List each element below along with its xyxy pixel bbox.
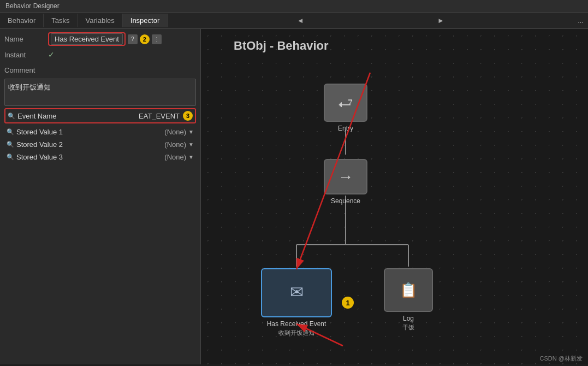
- has-received-event-label: Has Received Event: [267, 320, 326, 328]
- tab-variables[interactable]: Variables: [78, 14, 123, 27]
- sequence-icon: →: [338, 168, 353, 186]
- sequence-node-box: →: [324, 159, 367, 194]
- entry-icon: ⮐: [338, 94, 353, 112]
- tab-behavior[interactable]: Behavior: [0, 14, 44, 27]
- name-value: Has Received Event: [51, 33, 123, 45]
- inspector-section: Name Has Received Event ? 2 ⋮ Instant ✓ …: [0, 29, 200, 168]
- stored-value-3-row: 🔍 Stored Value 3 (None) ▼: [4, 152, 196, 162]
- comment-label: Comment: [4, 66, 48, 74]
- arrow-left-btn[interactable]: ◄: [293, 14, 308, 27]
- footer: CSDN @林新发: [540, 355, 583, 363]
- log-node-box: 📋: [384, 268, 433, 312]
- has-received-event-box: ✉: [261, 268, 332, 317]
- log-node[interactable]: 📋 Log 干饭: [384, 268, 433, 332]
- event-name-value: EAT_EVENT: [139, 112, 180, 120]
- stored-1-dropdown[interactable]: ▼: [188, 129, 194, 135]
- tab-tasks[interactable]: Tasks: [44, 14, 78, 27]
- name-row: Name Has Received Event ? 2 ⋮: [4, 32, 196, 46]
- badge-3: 3: [183, 111, 193, 121]
- title-bar: Behavior Designer: [0, 0, 588, 13]
- log-label: Log: [403, 315, 414, 322]
- main-layout: Name Has Received Event ? 2 ⋮ Instant ✓ …: [0, 29, 588, 364]
- entry-label: Entry: [338, 125, 353, 132]
- stored-2-value: (None): [164, 140, 186, 149]
- has-received-event-sublabel: 收到开饭通知: [278, 329, 314, 337]
- log-icon: 📋: [400, 282, 417, 299]
- name-icons: ? 2 ⋮: [128, 34, 162, 44]
- entry-node[interactable]: ⮐ Entry: [324, 84, 367, 132]
- search-icon: 🔍: [8, 113, 15, 120]
- stored-3-search-icon: 🔍: [7, 154, 14, 161]
- sequence-node[interactable]: → Sequence: [324, 159, 367, 205]
- canvas-title: BtObj - Behavior: [234, 39, 329, 53]
- instant-label: Instant: [4, 51, 48, 59]
- stored-3-dropdown[interactable]: ▼: [188, 154, 194, 160]
- name-label: Name: [4, 35, 48, 43]
- arrow-right-btn[interactable]: ►: [433, 14, 449, 27]
- name-value-wrapper: Has Received Event: [48, 32, 126, 46]
- help-icon-btn[interactable]: ?: [128, 34, 138, 44]
- instant-row: Instant ✓: [4, 48, 196, 61]
- stored-1-value: (None): [164, 128, 186, 136]
- has-received-event-node[interactable]: ✉ Has Received Event 收到开饭通知: [261, 268, 332, 337]
- event-name-row: 🔍 Event Name EAT_EVENT 3: [4, 108, 196, 123]
- stored-1-search-icon: 🔍: [7, 128, 14, 135]
- sequence-label: Sequence: [331, 197, 360, 205]
- instant-check: ✓: [48, 50, 55, 59]
- tab-inspector[interactable]: Inspector: [123, 14, 168, 27]
- comment-box[interactable]: 收到开饭通知: [4, 79, 196, 106]
- stored-2-label: Stored Value 2: [16, 140, 164, 149]
- tab-bar: Behavior Tasks Variables Inspector ◄ ► .…: [0, 13, 588, 29]
- event-icon: ✉: [290, 282, 304, 302]
- right-canvas: BtObj - Behavior ⮐ Entry → Sequ: [201, 29, 588, 364]
- badge-2: 2: [140, 34, 150, 44]
- stored-3-value: (None): [164, 153, 186, 161]
- more-options-btn[interactable]: ...: [573, 14, 588, 27]
- comment-row: Comment: [4, 63, 196, 76]
- stored-3-label: Stored Value 3: [16, 153, 164, 161]
- stored-value-1-row: 🔍 Stored Value 1 (None) ▼: [4, 127, 196, 137]
- log-sublabel: 干饭: [402, 323, 414, 332]
- badge-1: 1: [342, 297, 354, 309]
- stored-value-2-row: 🔍 Stored Value 2 (None) ▼: [4, 139, 196, 150]
- event-name-label: Event Name: [17, 112, 139, 120]
- title-label: Behavior Designer: [5, 2, 60, 10]
- more-icon-btn[interactable]: ⋮: [152, 34, 162, 44]
- stored-2-dropdown[interactable]: ▼: [188, 141, 194, 147]
- entry-node-box: ⮐: [324, 84, 367, 122]
- left-panel: Name Has Received Event ? 2 ⋮ Instant ✓ …: [0, 29, 201, 364]
- stored-2-search-icon: 🔍: [7, 141, 14, 148]
- stored-1-label: Stored Value 1: [16, 128, 164, 136]
